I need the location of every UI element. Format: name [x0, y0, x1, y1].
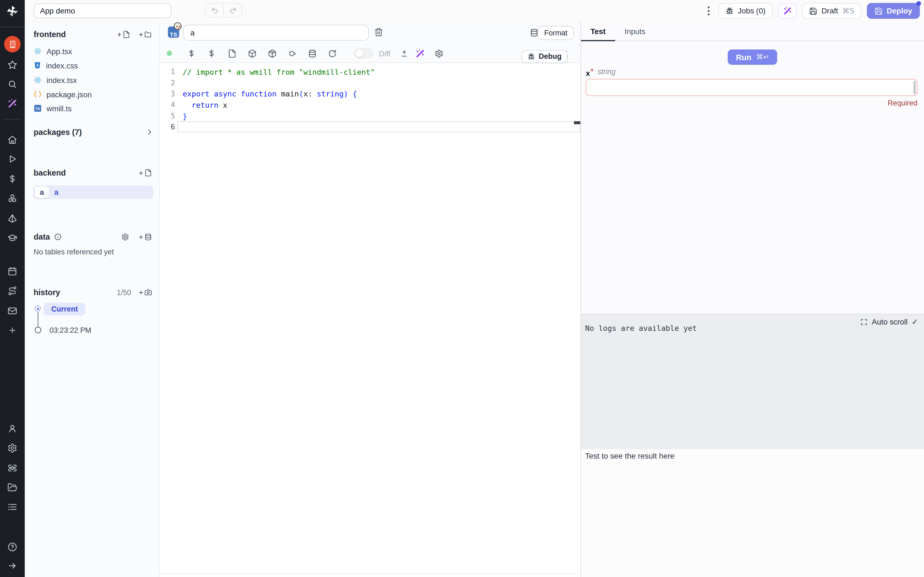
deploy-button[interactable]: Deploy: [866, 3, 920, 19]
editor-hscrollbar-track[interactable]: [160, 574, 580, 574]
tab-test[interactable]: Test: [581, 22, 615, 41]
folder-open-icon[interactable]: [7, 482, 17, 492]
package-icon[interactable]: [248, 49, 257, 58]
boxes-icon[interactable]: [7, 193, 17, 203]
save-icon: [874, 7, 882, 15]
route-icon[interactable]: [7, 286, 17, 296]
workspace-building-icon[interactable]: [4, 36, 21, 53]
more-menu-icon[interactable]: [704, 6, 713, 15]
app-name-input[interactable]: [34, 3, 171, 18]
code-line[interactable]: 1// import * as wmill from "windmill-cli…: [160, 66, 580, 77]
add-backend-script-button[interactable]: +: [139, 168, 152, 177]
code-line[interactable]: 2: [160, 77, 580, 89]
input-scrollbar[interactable]: [913, 81, 916, 94]
script-name-input[interactable]: [183, 25, 369, 41]
file-icon[interactable]: [228, 49, 236, 58]
list-icon[interactable]: [7, 502, 17, 512]
backend-script-row-selected[interactable]: a a: [33, 185, 153, 199]
help-circle-icon[interactable]: [7, 542, 17, 552]
assistant-status-dot: [166, 50, 172, 56]
mail-icon[interactable]: [7, 306, 17, 316]
calendar-icon[interactable]: [7, 266, 17, 276]
autoscroll-label[interactable]: Auto scroll: [872, 318, 908, 326]
format-label: Format: [544, 29, 568, 37]
ai-assistant-button[interactable]: [778, 3, 797, 19]
diff-plus-minus-icon[interactable]: [400, 49, 409, 58]
star-icon[interactable]: [7, 60, 17, 70]
file-label: App.tsx: [47, 47, 72, 55]
draft-shortcut: ⌘S: [842, 6, 855, 15]
folder-icon: [144, 31, 152, 38]
resources-dollar-icon[interactable]: [207, 49, 216, 58]
jobs-button[interactable]: Jobs (0): [718, 3, 772, 19]
file-item-wmill-ts[interactable]: TS wmill.ts: [34, 102, 71, 115]
bun-circle-icon[interactable]: [288, 49, 297, 58]
field-x-input[interactable]: [586, 79, 918, 96]
ai-wand-icon[interactable]: [7, 98, 17, 108]
file-item-app-tsx[interactable]: App.tsx: [34, 44, 72, 58]
ai-wand-icon[interactable]: [415, 48, 425, 58]
file-item-package-json[interactable]: package.json: [34, 87, 92, 101]
refresh-icon[interactable]: [328, 49, 337, 58]
settings-gear-icon[interactable]: [7, 443, 17, 453]
save-icon: [809, 7, 817, 15]
search-icon[interactable]: [7, 79, 17, 89]
history-current-pill[interactable]: Current: [44, 303, 86, 316]
code-line[interactable]: 5}: [160, 110, 580, 121]
file-item-index-tsx[interactable]: index.tsx: [34, 73, 77, 87]
file-item-index-css[interactable]: 3 index.css: [34, 58, 78, 72]
pyramid-icon[interactable]: [7, 213, 17, 223]
graduation-cap-icon[interactable]: [7, 233, 17, 243]
expand-icon[interactable]: [861, 318, 867, 325]
redo-button[interactable]: [223, 3, 241, 17]
variables-dollar-icon[interactable]: [187, 49, 196, 58]
add-table-button[interactable]: +: [139, 232, 152, 241]
code-line[interactable]: 3export async function main(x: string) {: [160, 89, 580, 100]
code-line[interactable]: 4 return x: [160, 100, 580, 110]
package-open-icon[interactable]: [268, 49, 277, 58]
history-timestamp[interactable]: 03:23:22 PM: [50, 326, 91, 334]
editor-toolbar: Diff: [160, 44, 580, 63]
windmill-logo-icon[interactable]: [6, 5, 18, 17]
run-button[interactable]: Run ⌘↵: [728, 50, 777, 65]
code-area[interactable]: 1// import * as wmill from "windmill-cli…: [160, 63, 580, 577]
windmill-app-editor: Jobs (0) Draft ⌘S Deploy frontend +: [0, 0, 924, 577]
add-file-button[interactable]: +: [117, 30, 130, 39]
current-label: Current: [51, 305, 78, 313]
autoscroll-checkbox[interactable]: ✓: [912, 318, 918, 326]
field-type-label: string: [598, 68, 616, 76]
editor-settings-gear-icon[interactable]: [435, 49, 443, 58]
tab-inputs[interactable]: Inputs: [615, 22, 655, 41]
diff-toggle[interactable]: [354, 48, 373, 58]
frontend-section-header: frontend + +: [34, 30, 152, 39]
packages-label: packages (7): [34, 128, 82, 137]
cache-database-icon[interactable]: [308, 49, 317, 58]
play-icon[interactable]: [7, 154, 17, 164]
database-icon: [144, 233, 152, 241]
packages-row[interactable]: packages (7): [34, 128, 153, 137]
dollar-icon[interactable]: [7, 174, 17, 184]
data-settings-gear-icon[interactable]: [121, 233, 129, 241]
format-button[interactable]: Format: [538, 26, 574, 40]
home-icon[interactable]: [7, 135, 17, 145]
history-section-header: history 1/50 +: [34, 288, 152, 297]
file-label: index.tsx: [47, 76, 77, 84]
add-folder-button[interactable]: +: [139, 30, 152, 39]
code-line[interactable]: 6: [178, 121, 580, 132]
debug-button[interactable]: Debug: [522, 50, 568, 63]
add-snapshot-button[interactable]: +: [139, 288, 152, 297]
draft-button[interactable]: Draft ⌘S: [802, 3, 862, 19]
bug-icon: [527, 53, 535, 60]
cache-database-icon[interactable]: [530, 28, 538, 37]
chevron-right-icon: [145, 128, 153, 136]
plus-icon[interactable]: [8, 326, 17, 335]
server-cog-icon[interactable]: [7, 463, 17, 473]
info-icon[interactable]: [54, 233, 61, 241]
braces-icon: [34, 90, 42, 98]
undo-button[interactable]: [206, 3, 223, 17]
debug-label: Debug: [539, 53, 562, 61]
react-icon: [34, 47, 42, 55]
user-icon[interactable]: [7, 424, 17, 434]
arrow-right-icon[interactable]: [8, 561, 17, 571]
delete-script-button[interactable]: [374, 28, 383, 37]
